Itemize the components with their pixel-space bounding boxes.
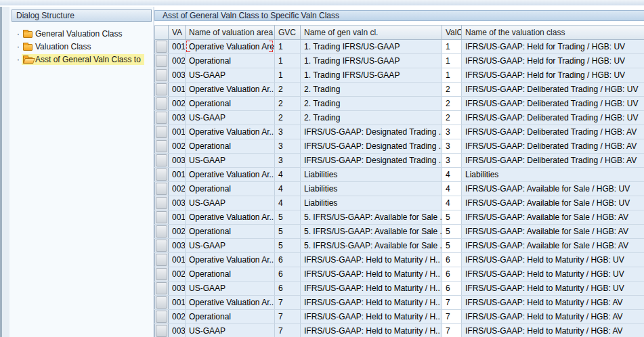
cell-name-of-valuation-area[interactable]: Operational — [186, 97, 275, 111]
cell-gvc[interactable]: 3 — [275, 154, 301, 168]
row-selector-cell[interactable] — [155, 139, 169, 154]
cell-gvc[interactable]: 4 — [275, 182, 301, 196]
row-selector-button[interactable] — [156, 83, 167, 95]
table-row[interactable]: 002 Operational 4 Liabilities 4 IFRS/US-… — [155, 182, 644, 196]
cell-gvc[interactable]: 1 — [275, 54, 301, 68]
table-row[interactable]: 001 Operative Valuation Area 1 1. Tradin… — [155, 40, 644, 54]
cell-name-of-valuation-class[interactable]: IFRS/US-GAAP: Held to Maturity / HGB: AV — [462, 296, 644, 310]
table-row[interactable]: 001 Operative Valuation Ar.. 4 Liabiliti… — [155, 168, 644, 182]
cell-name-of-valuation-area[interactable]: Operational — [186, 267, 275, 282]
row-selector-button[interactable] — [156, 126, 167, 138]
cell-va[interactable]: 003 — [169, 196, 186, 210]
cell-va[interactable]: 002 — [169, 267, 186, 282]
table-row[interactable]: 001 Operative Valuation Ar.. 7 IFRS/US-G… — [155, 296, 644, 310]
cell-valcl[interactable]: 5 — [442, 225, 462, 239]
row-selector-cell[interactable] — [155, 182, 169, 196]
cell-valcl[interactable]: 4 — [442, 196, 462, 210]
cell-va[interactable]: 002 — [169, 54, 186, 68]
cell-valcl[interactable]: 4 — [442, 182, 462, 196]
cell-name-of-valuation-area[interactable]: US-GAAP — [186, 111, 275, 125]
cell-name-of-gen-valn-cl[interactable]: IFRS/US-GAAP: Held to Maturity / H.. — [301, 267, 442, 282]
cell-name-of-valuation-area[interactable]: US-GAAP — [186, 239, 275, 253]
table-row[interactable]: 003 US-GAAP 1 1. Trading IFRS/US-GAAP 1 … — [155, 68, 644, 83]
cell-valcl[interactable]: 3 — [442, 154, 462, 168]
tree-item[interactable]: · Valuation Class — [9, 40, 153, 53]
cell-valcl[interactable]: 7 — [442, 324, 462, 337]
cell-gvc[interactable]: 7 — [275, 310, 301, 324]
cell-va[interactable]: 002 — [169, 310, 186, 324]
cell-name-of-gen-valn-cl[interactable]: IFRS/US-GAAP: Held to Maturity / H.. — [301, 253, 442, 267]
cell-va[interactable]: 003 — [169, 68, 186, 83]
cell-valcl[interactable]: 1 — [442, 68, 462, 83]
cell-name-of-gen-valn-cl[interactable]: IFRS/US-GAAP: Held to Maturity / H.. — [301, 296, 442, 310]
cell-gvc[interactable]: 2 — [275, 83, 301, 97]
cell-va[interactable]: 001 — [169, 210, 186, 225]
cell-gvc[interactable]: 6 — [275, 253, 301, 267]
row-selector-cell[interactable] — [155, 310, 169, 324]
cell-name-of-valuation-class[interactable]: IFRS/US-GAAP: Available for Sale / HGB: … — [462, 225, 644, 239]
cell-name-of-valuation-class[interactable]: IFRS/US-GAAP: Deliberated Trading / HGB:… — [462, 111, 644, 125]
row-selector-cell[interactable] — [155, 210, 169, 225]
column-header-name-of-gen-valn-cl[interactable]: Name of gen valn cl. — [301, 26, 442, 40]
cell-name-of-valuation-class[interactable]: IFRS/US-GAAP: Available for Sale / HGB: … — [462, 182, 644, 196]
cell-gvc[interactable]: 1 — [275, 68, 301, 83]
cell-name-of-gen-valn-cl[interactable]: 2. Trading — [301, 97, 442, 111]
cell-name-of-valuation-area[interactable]: Operational — [186, 310, 275, 324]
table-row[interactable]: 002 Operational 6 IFRS/US-GAAP: Held to … — [155, 267, 644, 282]
cell-valcl[interactable]: 6 — [442, 267, 462, 282]
cell-va[interactable]: 003 — [169, 154, 186, 168]
cell-gvc[interactable]: 3 — [275, 139, 301, 154]
cell-valcl[interactable]: 7 — [442, 310, 462, 324]
cell-name-of-valuation-area[interactable]: US-GAAP — [186, 282, 275, 296]
row-selector-button[interactable] — [156, 140, 167, 152]
cell-name-of-valuation-area[interactable]: US-GAAP — [186, 196, 275, 210]
cell-valcl[interactable]: 2 — [442, 111, 462, 125]
row-selector-button[interactable] — [156, 154, 167, 166]
table-row[interactable]: 001 Operative Valuation Ar.. 5 5. IFRS/U… — [155, 210, 644, 225]
row-selector-cell[interactable] — [155, 282, 169, 296]
cell-name-of-gen-valn-cl[interactable]: 1. Trading IFRS/US-GAAP — [301, 54, 442, 68]
table-row[interactable]: 003 US-GAAP 3 IFRS/US-GAAP: Designated T… — [155, 154, 644, 168]
row-selector-cell[interactable] — [155, 125, 169, 139]
cell-name-of-gen-valn-cl[interactable]: 1. Trading IFRS/US-GAAP — [301, 68, 442, 83]
row-selector-cell[interactable] — [155, 267, 169, 282]
row-selector-cell[interactable] — [155, 68, 169, 83]
table-row[interactable]: 003 US-GAAP 2 2. Trading 2 IFRS/US-GAAP:… — [155, 111, 644, 125]
row-selector-button[interactable] — [156, 282, 167, 294]
cell-gvc[interactable]: 5 — [275, 239, 301, 253]
cell-name-of-valuation-class[interactable]: IFRS/US-GAAP: Available for Sale / HGB: … — [462, 239, 644, 253]
table-row[interactable]: 001 Operative Valuation Ar.. 3 IFRS/US-G… — [155, 125, 644, 139]
cell-valcl[interactable]: 4 — [442, 168, 462, 182]
cell-name-of-valuation-class[interactable]: Liabilities — [462, 168, 644, 182]
row-selector-button[interactable] — [156, 197, 167, 209]
table-row[interactable]: 002 Operational 5 5. IFRS/US-GAAP: Avail… — [155, 225, 644, 239]
row-selector-button[interactable] — [156, 325, 167, 337]
cell-va[interactable]: 003 — [169, 324, 186, 337]
cell-va[interactable]: 001 — [169, 168, 186, 182]
cell-gvc[interactable]: 5 — [275, 225, 301, 239]
cell-gvc[interactable]: 7 — [275, 324, 301, 337]
cell-name-of-gen-valn-cl[interactable]: 1. Trading IFRS/US-GAAP — [301, 40, 442, 54]
table-row[interactable]: 002 Operational 7 IFRS/US-GAAP: Held to … — [155, 310, 644, 324]
cell-va[interactable]: 001 — [169, 253, 186, 267]
row-selector-cell[interactable] — [155, 83, 169, 97]
cell-name-of-valuation-area[interactable]: Operative Valuation Ar.. — [186, 253, 275, 267]
row-selector-button[interactable] — [156, 183, 167, 195]
row-selector-button[interactable] — [156, 225, 167, 238]
cell-name-of-valuation-area[interactable]: US-GAAP — [186, 154, 275, 168]
table-row[interactable]: 002 Operational 2 2. Trading 2 IFRS/US-G… — [155, 97, 644, 111]
cell-gvc[interactable]: 3 — [275, 125, 301, 139]
cell-va[interactable]: 002 — [169, 97, 186, 111]
cell-name-of-valuation-class[interactable]: IFRS/US-GAAP: Held to Maturity / HGB: UV — [462, 267, 644, 282]
cell-valcl[interactable]: 3 — [442, 139, 462, 154]
cell-va[interactable]: 003 — [169, 111, 186, 125]
cell-name-of-valuation-class[interactable]: IFRS/US-GAAP: Held to Maturity / HGB: AV — [462, 310, 644, 324]
row-selector-cell[interactable] — [155, 168, 169, 182]
cell-name-of-gen-valn-cl[interactable]: Liabilities — [301, 168, 442, 182]
cell-name-of-valuation-class[interactable]: IFRS/US-GAAP: Held to Maturity / HGB: UV — [462, 253, 644, 267]
cell-name-of-gen-valn-cl[interactable]: IFRS/US-GAAP: Held to Maturity / H.. — [301, 324, 442, 337]
cell-gvc[interactable]: 6 — [275, 267, 301, 282]
row-selector-cell[interactable] — [155, 253, 169, 267]
cell-va[interactable]: 001 — [169, 125, 186, 139]
cell-valcl[interactable]: 1 — [442, 40, 462, 54]
